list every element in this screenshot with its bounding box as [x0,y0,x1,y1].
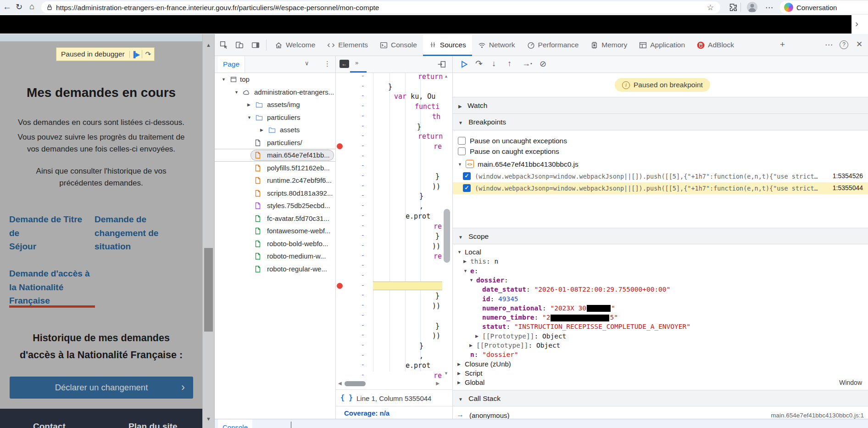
refresh-icon[interactable]: ↻ [16,2,22,12]
checkbox-checked[interactable]: ✓ [463,172,471,180]
tree-item-roboto-regular-we-[interactable]: roboto-regular-we... [215,263,335,276]
devtools-tab-sources[interactable]: Sources [423,34,472,56]
open-file-in-pane-icon[interactable] [438,60,446,70]
navigator-kebab-menu-icon[interactable]: ⋮ [324,60,331,68]
editor-scroll-up-icon[interactable]: ▲ [444,74,448,79]
tree-item-roboto-medium-w-[interactable]: roboto-medium-w... [215,250,335,263]
checkbox-unchecked[interactable] [458,137,466,145]
editor-scrollbar-thumb[interactable] [444,209,450,263]
breakpoint-dot[interactable] [337,283,343,289]
scope-row-statut[interactable]: statut: "INSTRUCTION_RECEPISSE_COMPLETUD… [453,322,868,331]
step-out-icon[interactable]: ↑ [507,59,512,68]
url-bar[interactable]: https://administration-etrangers-en-fran… [41,1,720,13]
coverage-link[interactable]: Coverage: n/a [344,409,389,417]
breakpoint-entry[interactable]: ✓(window.webpackJsonp=window.webpackJson… [453,182,868,194]
scope-row-n[interactable]: n: "dossier" [453,350,868,359]
chevron-collapsed-icon[interactable]: ▶ [463,259,467,264]
devtools-tab-elements[interactable]: Elements [321,34,374,56]
devtools-more-icon[interactable]: ⋯ [825,40,833,50]
url-text[interactable]: https://administration-etrangers-en-fran… [56,4,379,12]
browser-menu-icon[interactable]: ⋯ [765,3,773,12]
code-editor[interactable]: -return-}-var ku, Ou-functi-th-}-return-… [336,73,452,379]
checkbox-unchecked[interactable] [458,147,466,155]
hscroll-left-icon[interactable]: ◀ [338,381,342,386]
tree-item-scripts-80d181a392-[interactable]: scripts.80d181a392... [215,187,335,200]
pause-exception-row[interactable]: Pause on uncaught exceptions [453,135,868,146]
devtools-tab-adblock[interactable]: AdBlock [691,34,740,56]
chevron-expanded-icon[interactable]: ▼ [222,77,226,82]
section-breakpoints[interactable]: ▼ Breakpoints [453,113,868,130]
chevron-expanded-icon[interactable]: ▼ [457,250,462,254]
checkbox-checked[interactable]: ✓ [463,184,471,192]
devtools-tab-welcome[interactable]: Welcome [269,34,321,56]
tree-item-assets-img[interactable]: ▶assets/img [215,98,335,111]
chevron-expanded-icon[interactable]: ▼ [469,278,473,282]
hscrollbar-thumb[interactable] [345,381,366,386]
chevron-expanded-icon[interactable]: ▼ [247,115,251,120]
editor-hscrollbar[interactable]: ◀ ▶ [336,379,452,389]
section-call-stack[interactable]: ▼ Call Stack [453,390,868,406]
chevron-collapsed-icon[interactable]: ▶ [457,371,461,376]
tree-item-styles-75db25ecbd-[interactable]: styles.75db25ecbd... [215,199,335,212]
footer-link-contact[interactable]: Contact [33,422,66,428]
scrollbar-thumb[interactable] [204,248,213,332]
tree-item-polyfills-5f12162eb-[interactable]: polyfills.5f12162eb... [215,162,335,175]
more-file-tabs-icon[interactable]: » [355,59,357,66]
hide-navigator-icon[interactable]: ← [339,60,349,68]
breakpoint-file-group[interactable]: ▼<>main.654e7ef41bbc4130bbc0.js [453,158,868,170]
chevron-expanded-icon[interactable]: ▼ [458,162,462,167]
devtools-close-icon[interactable]: ✕ [856,39,862,49]
device-toolbar-icon[interactable] [235,41,244,51]
tab-demande-changement-situation[interactable]: Demande dechangement desituation [95,213,163,253]
devtools-tab-application[interactable]: Application [633,34,691,56]
pause-exception-row[interactable]: Pause on caught exceptions [453,146,868,157]
drawer-tab-console[interactable]: Console [218,419,252,428]
tree-item-fontawesome-webf-[interactable]: fontawesome-webf... [215,225,335,237]
editor-scroll-down-icon[interactable]: ▼ [444,371,448,376]
profile-avatar[interactable] [747,2,757,12]
scope-row-e[interactable]: ▼e: [453,266,868,276]
deactivate-breakpoints-icon[interactable]: ⊘ [540,59,546,69]
scope-row-numero-national[interactable]: numero_national: "2023X 30" [453,304,868,313]
declare-change-button[interactable]: Déclarer un changement › [10,377,193,399]
breakpoint-entry[interactable]: ✓(window.webpackJsonp=window.webpackJson… [453,170,868,182]
chevron-collapsed-icon[interactable]: ▶ [475,334,479,338]
step-over-icon[interactable]: ↷ [475,58,483,69]
page-scrollbar[interactable]: ▲ ▼ [202,34,215,428]
devtools-tab-network[interactable]: Network [472,34,521,56]
copilot-button[interactable]: Conversation [780,1,868,14]
step-over-icon[interactable]: ↷ [142,50,154,58]
add-tab-icon[interactable]: + [780,39,785,50]
scope-row--prototype-[interactable]: ▶[[Prototype]]: Object [453,332,868,341]
section-scope[interactable]: ▼ Scope [453,228,868,244]
call-stack-frame[interactable]: →(anonymous)main.654e7ef41bbc4130bbc0.js… [453,409,868,419]
tree-item-main-654e7ef41bb-[interactable]: main.654e7ef41bb... [215,149,335,162]
footer-link-plan-du-site[interactable]: Plan du site [128,422,178,428]
chevron-collapsed-icon[interactable]: ▶ [457,362,461,366]
bookmarks-overflow-chevron[interactable]: › [855,18,858,29]
chevron-collapsed-icon[interactable]: ▶ [260,128,263,132]
scope-row-this[interactable]: ▶this: n [453,257,868,266]
back-icon[interactable]: ← [3,2,11,12]
favorite-star-icon[interactable]: ☆ [707,3,714,12]
tree-item-runtime-2c47ebf9f6-[interactable]: runtime.2c47ebf9f6... [215,174,335,187]
pretty-print-icon[interactable]: { } [340,394,353,402]
tree-item-fc-avatar-5fd70c31-[interactable]: fc-avatar.5fd70c31... [215,212,335,225]
scope-row-id[interactable]: id: 49345 [453,294,868,304]
resume-script-icon[interactable]: ▐▶ [129,51,142,58]
chevron-expanded-icon[interactable]: ▼ [463,269,467,273]
scope-row-dossier[interactable]: ▼dossier: [453,276,868,285]
scope-row-local[interactable]: ▼Local [453,248,868,257]
tree-item-particuliers-[interactable]: particuliers/ [215,136,335,149]
section-watch[interactable]: ▶ Watch [453,97,868,114]
dock-side-icon[interactable] [251,41,260,51]
home-icon[interactable]: ⌂ [29,2,34,11]
tree-item-administration-etrangers-[interactable]: ▼administration-etrangers... [215,86,335,99]
scope-row-script[interactable]: ▶Script [453,369,868,378]
devtools-tab-performance[interactable]: Performance [521,34,585,56]
scope-row-closure-zunb-[interactable]: ▶Closure (zUnb) [453,360,868,369]
devtools-tab-console[interactable]: Console [374,34,423,56]
inspect-element-icon[interactable] [220,41,228,51]
tree-item-roboto-bold-webfo-[interactable]: roboto-bold-webfo... [215,237,335,250]
tree-item-top[interactable]: ▼top [215,73,335,86]
